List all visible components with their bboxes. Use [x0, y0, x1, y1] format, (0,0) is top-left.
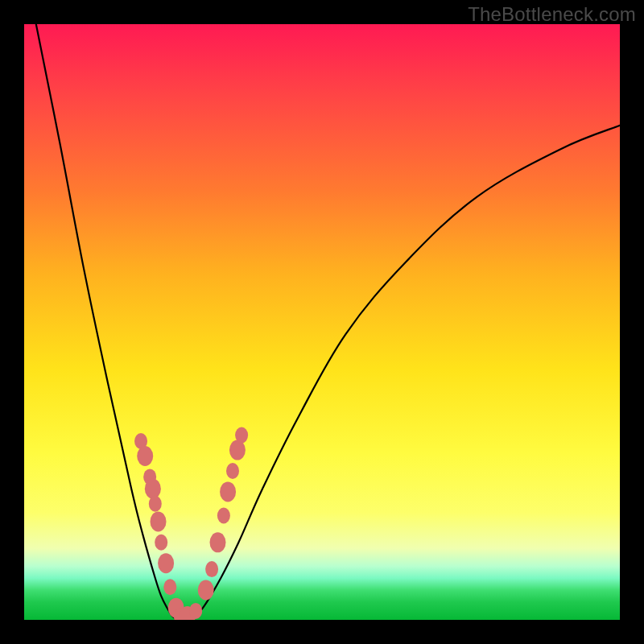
- data-marker: [151, 511, 167, 531]
- plot-area: [24, 24, 620, 620]
- data-marker: [205, 561, 218, 577]
- data-marker: [217, 508, 230, 524]
- data-marker: [189, 603, 202, 619]
- data-marker: [163, 579, 176, 595]
- data-marker: [226, 463, 239, 479]
- data-marker: [158, 553, 174, 573]
- chart-frame: TheBottleneck.com: [0, 0, 644, 644]
- data-marker: [220, 481, 236, 502]
- data-marker: [235, 427, 248, 444]
- data-marker: [145, 479, 161, 499]
- series-right-branch: [191, 126, 620, 620]
- watermark-text: TheBottleneck.com: [468, 3, 636, 26]
- data-marker: [137, 446, 153, 466]
- data-marker: [198, 580, 214, 601]
- data-marker: [149, 496, 162, 512]
- data-marker: [229, 440, 246, 460]
- curve-group: [36, 24, 620, 620]
- chart-svg: [24, 24, 620, 620]
- data-marker: [155, 535, 167, 551]
- marker-group: [134, 427, 248, 620]
- data-marker: [210, 532, 226, 552]
